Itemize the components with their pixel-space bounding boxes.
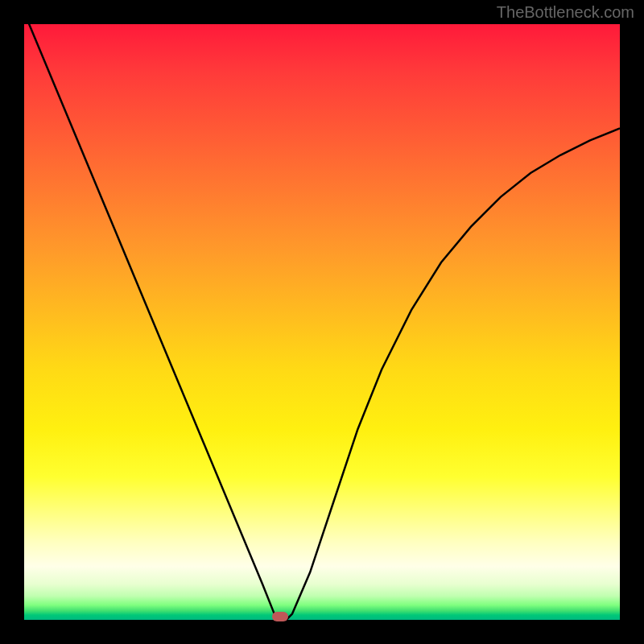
chart-plot-area bbox=[24, 24, 620, 620]
optimal-point-marker bbox=[272, 612, 288, 621]
curve-svg bbox=[24, 24, 620, 620]
attribution-text: TheBottleneck.com bbox=[497, 3, 634, 22]
bottleneck-curve-path bbox=[24, 24, 620, 620]
